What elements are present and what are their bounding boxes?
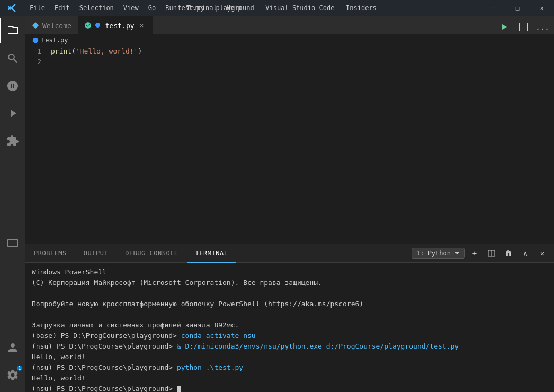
- line-numbers: 1 2: [25, 34, 47, 244]
- terminal-cursor: [177, 386, 181, 393]
- term-line-1: Windows PowerShell: [32, 267, 548, 278]
- term-line-4: Попробуйте новую кроссплатформенную обол…: [32, 299, 548, 309]
- term-line-8: (nsu) PS D:\ProgCourse\playground> & D:/…: [32, 341, 548, 352]
- close-panel-button[interactable]: ✕: [535, 246, 550, 261]
- source-control-icon[interactable]: [0, 73, 25, 99]
- term-line-3: [32, 288, 548, 299]
- term-line-9: Hello, world!: [32, 352, 548, 362]
- terminal-content[interactable]: Windows PowerShell (С) Корпорация Майкро…: [25, 263, 554, 392]
- code-editor[interactable]: print('Hello, world!'): [47, 34, 522, 244]
- tab-testpy-label: test.py: [105, 22, 135, 30]
- term-line-7: (base) PS D:\ProgCourse\playground> cond…: [32, 331, 548, 341]
- vscode-logo: [0, 3, 25, 13]
- tab-close-button[interactable]: ✕: [138, 21, 146, 30]
- run-button[interactable]: [497, 20, 512, 34]
- tab-welcome-label: Welcome: [42, 22, 72, 30]
- tab-welcome[interactable]: Welcome: [25, 16, 78, 34]
- add-terminal-button[interactable]: +: [467, 246, 482, 261]
- minimize-button[interactable]: ─: [481, 0, 505, 16]
- tab-actions: ...: [497, 20, 554, 34]
- menu-help[interactable]: Help: [222, 3, 246, 13]
- split-editor-button[interactable]: [516, 20, 531, 34]
- tab-testpy[interactable]: test.py ✕: [78, 16, 153, 34]
- breadcrumb-file: test.py: [41, 37, 68, 44]
- activity-bar-bottom: 1: [0, 335, 25, 392]
- term-line-11: Hello, world!: [32, 373, 548, 384]
- window-controls: ─ □ ✕: [481, 0, 554, 16]
- term-line-2: (С) Корпорация Майкрософт (Microsoft Cor…: [32, 278, 548, 288]
- term-line-12: (nsu) PS D:\ProgCourse\playground>: [32, 384, 548, 392]
- line-num-1: 1: [25, 46, 41, 57]
- split-terminal-button[interactable]: [484, 246, 499, 261]
- menu-run[interactable]: Run: [161, 3, 181, 13]
- more-actions-button[interactable]: ...: [535, 20, 550, 34]
- tab-output[interactable]: OUTPUT: [75, 244, 117, 263]
- close-button[interactable]: ✕: [530, 0, 554, 16]
- menu-bar: File Edit Selection View Go Run Terminal…: [25, 3, 481, 13]
- search-icon[interactable]: [0, 46, 25, 71]
- menu-edit[interactable]: Edit: [50, 3, 74, 13]
- kill-terminal-button[interactable]: 🗑: [501, 246, 516, 261]
- editor-area: Welcome test.py ✕ ...: [25, 16, 554, 392]
- breadcrumb: test.py: [25, 34, 554, 46]
- main-layout: 1 Welcome test.py ✕: [0, 16, 554, 392]
- line-num-2: 2: [25, 57, 41, 67]
- term-line-5: [32, 309, 548, 320]
- run-debug-icon[interactable]: [0, 101, 25, 126]
- title-bar: File Edit Selection View Go Run Terminal…: [0, 0, 554, 16]
- code-line-2: [51, 57, 522, 67]
- panel-tabs: PROBLEMS OUTPUT DEBUG CONSOLE TERMINAL 1…: [25, 244, 554, 263]
- maximize-button[interactable]: □: [505, 0, 530, 16]
- settings-icon[interactable]: 1: [0, 362, 25, 388]
- extensions-icon[interactable]: [0, 128, 25, 154]
- menu-file[interactable]: File: [25, 3, 49, 13]
- editor-content[interactable]: test.py 1 2 print('Hello, world!'): [25, 34, 554, 244]
- panel-controls: 1: Python + 🗑 ∧ ✕: [407, 246, 554, 261]
- menu-terminal[interactable]: Terminal: [182, 3, 221, 13]
- account-icon[interactable]: [0, 335, 25, 360]
- terminal-selector[interactable]: 1: Python: [412, 248, 465, 259]
- minimap: [522, 34, 554, 244]
- maximize-panel-button[interactable]: ∧: [518, 246, 533, 261]
- tab-bar: Welcome test.py ✕ ...: [25, 16, 554, 34]
- tab-problems[interactable]: PROBLEMS: [25, 244, 75, 263]
- menu-view[interactable]: View: [119, 3, 143, 13]
- remote-explorer-icon[interactable]: [0, 230, 25, 256]
- tab-terminal[interactable]: TERMINAL: [187, 244, 237, 263]
- code-line-1: print('Hello, world!'): [51, 46, 522, 57]
- svg-point-0: [33, 38, 39, 43]
- scrollbar-track: [550, 34, 554, 244]
- term-line-6: Загрузка личных и системных профилей зан…: [32, 320, 548, 331]
- activity-bar: 1: [0, 16, 25, 392]
- menu-go[interactable]: Go: [144, 3, 160, 13]
- term-line-10: (nsu) PS D:\ProgCourse\playground> pytho…: [32, 362, 548, 373]
- explorer-icon[interactable]: [0, 18, 25, 43]
- menu-selection[interactable]: Selection: [75, 3, 118, 13]
- terminal-panel: PROBLEMS OUTPUT DEBUG CONSOLE TERMINAL 1…: [25, 244, 554, 392]
- terminal-selector-label: 1: Python: [416, 250, 451, 257]
- tab-debug-console[interactable]: DEBUG CONSOLE: [117, 244, 186, 263]
